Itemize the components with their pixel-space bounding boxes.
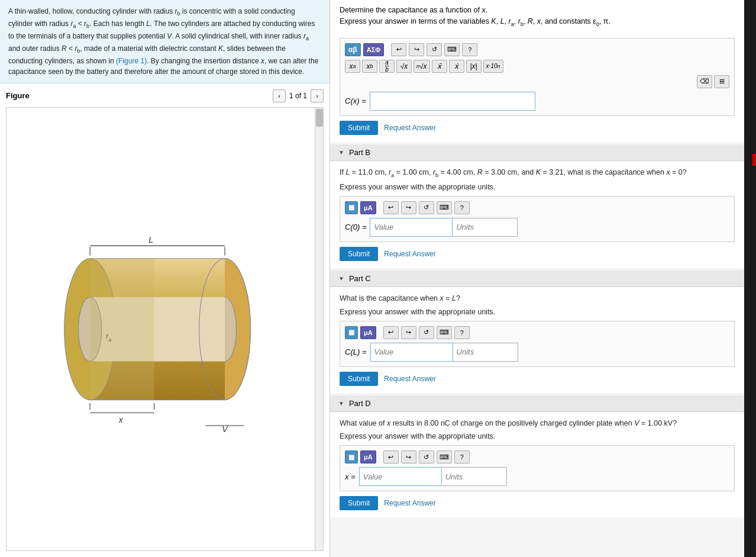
- part-d-collapse-icon[interactable]: ▼: [338, 400, 344, 407]
- part-c-toolbar: ▦ μA ↩ ↪ ↺ ⌨ ?: [345, 326, 729, 339]
- part-b-units-input[interactable]: [453, 218, 518, 237]
- part-c-help-button[interactable]: ?: [454, 326, 470, 339]
- part-a-sci-notation-button[interactable]: x·10n: [483, 60, 503, 73]
- part-a-toolbar-row2: xa xb ab √x n√x x̄ ẋ |x| x·10n: [345, 60, 729, 73]
- part-d-redo-button[interactable]: ↪: [401, 450, 416, 463]
- problem-text: A thin-walled, hollow, conducting cylind…: [0, 0, 329, 83]
- part-c-mu-button[interactable]: μA: [360, 326, 376, 339]
- part-b-undo-button[interactable]: ↩: [383, 201, 399, 214]
- part-a-sqrt-button[interactable]: √x: [396, 60, 412, 73]
- part-d-input-row: x =: [345, 467, 729, 486]
- part-d-grid-button[interactable]: ▦: [345, 450, 358, 463]
- right-panel: Determine the capacitance as a function …: [330, 0, 744, 557]
- part-d-header: ▼ Part D: [330, 395, 744, 412]
- svg-text:L: L: [148, 234, 153, 244]
- part-a-backspace-button[interactable]: ⌫: [697, 75, 712, 88]
- part-b-redo-button[interactable]: ↪: [401, 201, 416, 214]
- part-a-input-row: C(x) =: [345, 92, 729, 111]
- part-b-keyboard-button[interactable]: ⌨: [437, 201, 452, 214]
- figure-scroll-thumb: [316, 109, 323, 127]
- part-b-body: If L = 11.0 cm, ra = 1.00 cm, rb = 4.00 …: [330, 161, 744, 268]
- part-d-submit-row: Submit Request Answer: [340, 496, 735, 510]
- figure-next-button[interactable]: ›: [311, 89, 324, 102]
- figure-image-area: L x V ra: [6, 107, 324, 551]
- part-d-toolbar: ▦ μA ↩ ↪ ↺ ⌨ ?: [345, 450, 729, 463]
- part-c-section: ▼ Part C What is the capacitance when x …: [330, 271, 744, 393]
- part-b-value-input[interactable]: [370, 218, 453, 237]
- figure-scrollbar[interactable]: [315, 108, 323, 550]
- part-d-body: What value of x results in 8.00 nC of ch…: [330, 412, 744, 518]
- part-d-value-input[interactable]: [359, 467, 442, 486]
- part-c-submit-row: Submit Request Answer: [340, 372, 735, 386]
- part-b-request-link[interactable]: Request Answer: [384, 250, 435, 258]
- part-b-section: ▼ Part B If L = 11.0 cm, ra = 1.00 cm, r…: [330, 144, 744, 268]
- part-a-q1: Determine the capacitance as a function …: [340, 6, 487, 14]
- part-b-label: C(0) =: [345, 223, 366, 231]
- figure-link[interactable]: (Figure 1): [116, 57, 147, 65]
- part-d-refresh-button[interactable]: ↺: [419, 450, 434, 463]
- figure-header: Figure ‹ 1 of 1 ›: [6, 89, 324, 102]
- part-a-keyboard-button[interactable]: ⌨: [444, 43, 460, 56]
- part-a-label: C(x) =: [345, 96, 366, 105]
- part-a-submit-button[interactable]: Submit: [340, 121, 378, 135]
- part-a-redo-button[interactable]: ↪: [409, 43, 424, 56]
- part-a-alpha-beta-button[interactable]: αβ: [345, 43, 361, 56]
- part-c-keyboard-button[interactable]: ⌨: [437, 326, 452, 339]
- svg-rect-19: [90, 258, 154, 400]
- part-b-collapse-icon[interactable]: ▼: [338, 149, 344, 156]
- figure-title: Figure: [6, 91, 30, 100]
- part-b-header: ▼ Part B: [330, 144, 744, 161]
- part-a-refresh-button[interactable]: ↺: [427, 43, 442, 56]
- part-a-nthroot-button[interactable]: n√x: [413, 60, 430, 73]
- part-c-undo-button[interactable]: ↩: [383, 326, 399, 339]
- part-a-overline-button[interactable]: x̄: [432, 60, 447, 73]
- part-a-request-link[interactable]: Request Answer: [384, 124, 435, 132]
- part-c-collapse-icon[interactable]: ▼: [338, 275, 344, 282]
- part-c-request-link[interactable]: Request Answer: [384, 375, 435, 383]
- part-d-keyboard-button[interactable]: ⌨: [437, 450, 452, 463]
- figure-prev-button[interactable]: ‹: [273, 89, 286, 102]
- part-c-answer-box: ▦ μA ↩ ↪ ↺ ⌨ ? C(L) =: [340, 321, 735, 367]
- part-a-expand-button[interactable]: ⊞: [714, 75, 729, 88]
- part-c-header: ▼ Part C: [330, 271, 744, 287]
- part-a-toolbar-row1: αβ ΑΣΦ ↩ ↪ ↺ ⌨ ?: [345, 43, 729, 56]
- part-a-undo-button[interactable]: ↩: [391, 43, 406, 56]
- figure-nav: ‹ 1 of 1 ›: [273, 89, 324, 102]
- part-c-redo-button[interactable]: ↪: [401, 326, 416, 339]
- left-panel: A thin-walled, hollow, conducting cylind…: [0, 0, 330, 557]
- part-a-abs-button[interactable]: |x|: [466, 60, 482, 73]
- part-c-refresh-button[interactable]: ↺: [419, 326, 434, 339]
- part-b-instruction: Express your answer with the appropriate…: [340, 183, 735, 191]
- part-c-label: C(L) =: [345, 347, 367, 356]
- part-a-dot-button[interactable]: ẋ: [449, 60, 464, 73]
- part-b-question: If L = 11.0 cm, ra = 1.00 cm, rb = 4.00 …: [340, 167, 735, 179]
- part-b-submit-button[interactable]: Submit: [340, 247, 378, 261]
- part-c-units-input[interactable]: [453, 343, 518, 362]
- part-d-request-link[interactable]: Request Answer: [384, 499, 435, 507]
- part-d-help-button[interactable]: ?: [454, 450, 470, 463]
- part-d-units-input[interactable]: [442, 467, 507, 486]
- part-c-label: Part C: [349, 274, 371, 283]
- part-a-sigma-button[interactable]: ΑΣΦ: [363, 43, 385, 56]
- part-a-fraction-button[interactable]: ab: [379, 60, 395, 73]
- part-b-grid-button[interactable]: ▦: [345, 201, 358, 214]
- part-d-mu-button[interactable]: μA: [360, 450, 376, 463]
- part-c-submit-button[interactable]: Submit: [340, 372, 378, 386]
- part-b-refresh-button[interactable]: ↺: [419, 201, 434, 214]
- part-c-question: What is the capacitance when x = L?: [340, 293, 735, 304]
- part-c-grid-button[interactable]: ▦: [345, 326, 358, 339]
- part-d-instruction: Express your answer with the appropriate…: [340, 432, 735, 440]
- part-a-superscript-button[interactable]: xa: [345, 60, 360, 73]
- part-d-label: x =: [345, 472, 356, 481]
- part-a-q2: Express your answer in terms of the vari…: [340, 17, 610, 25]
- part-c-value-input[interactable]: [370, 343, 453, 362]
- part-b-toolbar: ▦ μA ↩ ↪ ↺ ⌨ ?: [345, 201, 729, 214]
- part-a-input[interactable]: [370, 92, 535, 111]
- part-a-subscript-button[interactable]: xb: [362, 60, 377, 73]
- part-d-question: What value of x results in 8.00 nC of ch…: [340, 418, 735, 429]
- part-a-help-button[interactable]: ?: [462, 43, 477, 56]
- part-d-undo-button[interactable]: ↩: [383, 450, 399, 463]
- part-b-mu-button[interactable]: μA: [360, 201, 376, 214]
- part-d-submit-button[interactable]: Submit: [340, 496, 378, 510]
- part-b-help-button[interactable]: ?: [454, 201, 470, 214]
